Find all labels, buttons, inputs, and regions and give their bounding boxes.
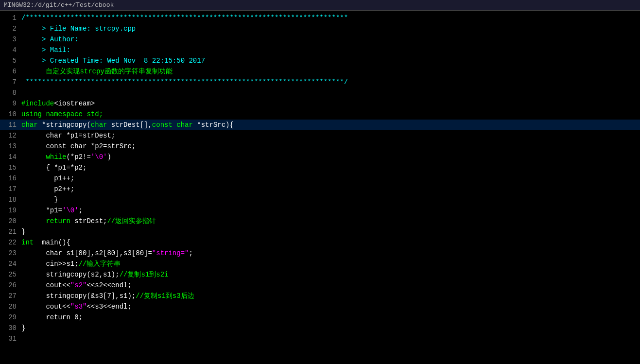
line-content: }: [21, 323, 638, 333]
code-line-20: 20 return strDest;//返回实参指针: [0, 216, 640, 226]
code-line-9: 9#include<iostream>: [0, 98, 640, 109]
line-content: stringcopy(&s3[7],s1);//复制s1到s3后边: [21, 291, 638, 301]
line-number: 1: [2, 13, 17, 23]
line-number: 11: [2, 120, 17, 130]
line-content: { *p1=*p2;: [21, 162, 638, 173]
code-line-11: 11char *stringcopy(char strDest[],const …: [0, 120, 640, 130]
code-line-7: 7 **************************************…: [0, 77, 640, 87]
line-content: stringcopy(s2,s1);//复制s1到s2i: [21, 269, 638, 280]
line-number: 3: [2, 34, 17, 45]
line-content: 自定义实现strcpy函数的字符串复制功能: [21, 66, 638, 77]
code-line-24: 24 cin>>s1;//输入字符串: [0, 259, 640, 269]
line-number: 14: [2, 152, 17, 162]
code-line-8: 8: [0, 87, 640, 98]
line-number: 19: [2, 205, 17, 216]
line-content: return 0;: [21, 312, 638, 323]
code-line-27: 27 stringcopy(&s3[7],s1);//复制s1到s3后边: [0, 291, 640, 301]
line-number: 18: [2, 194, 17, 205]
line-content: const char *p2=strSrc;: [21, 141, 638, 152]
line-content: char *stringcopy(char strDest[],const ch…: [21, 120, 638, 130]
line-number: 12: [2, 130, 17, 141]
code-line-31: 31: [0, 333, 640, 344]
line-content: [21, 333, 638, 344]
line-content: [21, 87, 638, 98]
line-content: p2++;: [21, 184, 638, 194]
line-content: char *p1=strDest;: [21, 130, 638, 141]
code-line-23: 23 char s1[80],s2[80],s3[80]="string=";: [0, 248, 640, 259]
code-line-15: 15 { *p1=*p2;: [0, 162, 640, 173]
line-number: 10: [2, 109, 17, 120]
title-text: MINGW32:/d/git/c++/Test/cbook: [4, 1, 114, 9]
line-number: 28: [2, 301, 17, 312]
code-line-5: 5 > Created Time: Wed Nov 8 22:15:50 201…: [0, 55, 640, 66]
line-number: 4: [2, 45, 17, 55]
line-number: 24: [2, 259, 17, 269]
code-line-3: 3 > Author:: [0, 34, 640, 45]
line-number: 22: [2, 237, 17, 248]
line-number: 30: [2, 323, 17, 333]
code-line-4: 4 > Mail:: [0, 45, 640, 55]
line-content: cout<<"s3"<<s3<<endl;: [21, 301, 638, 312]
code-line-22: 22int main(){: [0, 237, 640, 248]
line-content: while(*p2!='\0'): [21, 152, 638, 162]
line-content: #include<iostream>: [21, 98, 638, 109]
code-line-12: 12 char *p1=strDest;: [0, 130, 640, 141]
line-number: 13: [2, 141, 17, 152]
line-number: 20: [2, 216, 17, 226]
code-line-19: 19 *p1='\0';: [0, 205, 640, 216]
line-number: 17: [2, 184, 17, 194]
line-number: 6: [2, 66, 17, 77]
code-line-21: 21}: [0, 226, 640, 237]
line-content: int main(){: [21, 237, 638, 248]
line-number: 21: [2, 226, 17, 237]
code-line-28: 28 cout<<"s3"<<s3<<endl;: [0, 301, 640, 312]
line-number: 26: [2, 280, 17, 291]
code-line-30: 30}: [0, 323, 640, 333]
line-number: 7: [2, 77, 17, 87]
line-number: 5: [2, 55, 17, 66]
code-line-29: 29 return 0;: [0, 312, 640, 323]
code-line-14: 14 while(*p2!='\0'): [0, 152, 640, 162]
code-line-10: 10using namespace std;: [0, 109, 640, 120]
line-content: > Author:: [21, 34, 638, 45]
line-content: }: [21, 226, 638, 237]
line-content: > Created Time: Wed Nov 8 22:15:50 2017: [21, 55, 638, 66]
code-line-16: 16 p1++;: [0, 173, 640, 184]
line-number: 16: [2, 173, 17, 184]
line-number: 29: [2, 312, 17, 323]
title-bar: MINGW32:/d/git/c++/Test/cbook: [0, 0, 640, 11]
line-content: cout<<"s2"<<s2<<endl;: [21, 280, 638, 291]
code-line-26: 26 cout<<"s2"<<s2<<endl;: [0, 280, 640, 291]
line-content: > File Name: strcpy.cpp: [21, 23, 638, 34]
code-line-13: 13 const char *p2=strSrc;: [0, 141, 640, 152]
line-number: 25: [2, 269, 17, 280]
line-content: *p1='\0';: [21, 205, 638, 216]
code-line-1: 1/**************************************…: [0, 13, 640, 23]
line-content: cin>>s1;//输入字符串: [21, 259, 638, 269]
line-number: 23: [2, 248, 17, 259]
code-line-25: 25 stringcopy(s2,s1);//复制s1到s2i: [0, 269, 640, 280]
code-line-17: 17 p2++;: [0, 184, 640, 194]
line-content: char s1[80],s2[80],s3[80]="string=";: [21, 248, 638, 259]
code-line-18: 18 }: [0, 194, 640, 205]
line-content: using namespace std;: [21, 109, 638, 120]
line-content: ****************************************…: [21, 77, 638, 87]
code-line-6: 6 自定义实现strcpy函数的字符串复制功能: [0, 66, 640, 77]
line-number: 2: [2, 23, 17, 34]
line-number: 27: [2, 291, 17, 301]
line-content: }: [21, 194, 638, 205]
line-content: /***************************************…: [21, 13, 638, 23]
line-number: 8: [2, 87, 17, 98]
line-content: return strDest;//返回实参指针: [21, 216, 638, 226]
line-number: 31: [2, 333, 17, 344]
line-number: 15: [2, 162, 17, 173]
line-content: p1++;: [21, 173, 638, 184]
line-content: > Mail:: [21, 45, 638, 55]
code-editor: 1/**************************************…: [0, 11, 640, 364]
code-line-2: 2 > File Name: strcpy.cpp: [0, 23, 640, 34]
line-number: 9: [2, 98, 17, 109]
